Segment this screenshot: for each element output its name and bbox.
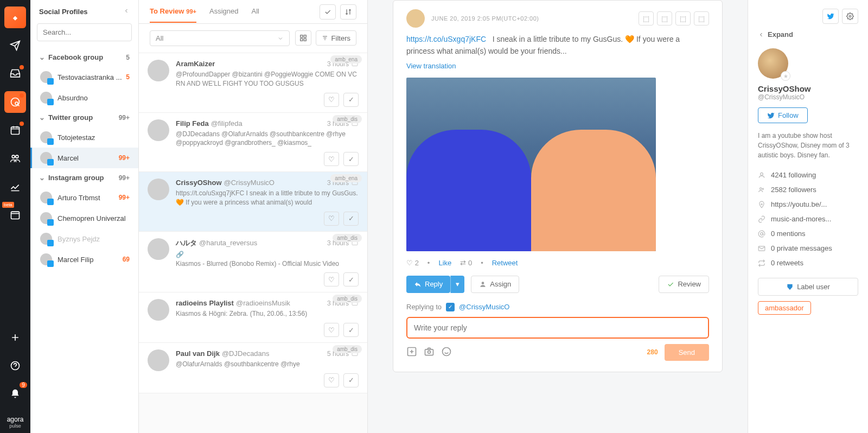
svg-point-4 bbox=[16, 155, 18, 158]
card-done-icon[interactable]: ✓ bbox=[343, 373, 359, 387]
svg-rect-8 bbox=[304, 35, 306, 37]
replying-to: Replying to ✓ @CrissyMusicO bbox=[406, 303, 709, 311]
card-done-icon[interactable]: ✓ bbox=[343, 93, 359, 107]
stat-link1[interactable]: https://youtu.be/... bbox=[758, 197, 858, 212]
group-header[interactable]: ⌄Twitter group99+ bbox=[30, 108, 138, 127]
detail-action-1-icon[interactable]: ⬚ bbox=[639, 11, 654, 26]
app-logo[interactable] bbox=[4, 7, 26, 28]
retweet-icon[interactable]: ⇄ 0 bbox=[460, 259, 472, 267]
inbox-card[interactable]: amb_disPaul van Dijk @DJDecadans5 hours … bbox=[139, 343, 367, 393]
tweet-text: https://t.co/uSxgq7jKFC I sneak in a lit… bbox=[406, 33, 709, 58]
nav-help-icon[interactable] bbox=[4, 355, 26, 377]
sort-icon[interactable] bbox=[340, 4, 356, 20]
svg-point-26 bbox=[761, 203, 762, 205]
nav-calendar-icon[interactable] bbox=[4, 119, 26, 141]
detail-action-4-icon[interactable]: ⬚ bbox=[694, 11, 709, 26]
nav-inbox-icon[interactable] bbox=[4, 63, 26, 85]
stat-link2[interactable]: music-and-mores... bbox=[758, 212, 858, 226]
inbox-card[interactable]: amb_disradioeins Playlist @radioeinsMusi… bbox=[139, 292, 367, 343]
inbox-card[interactable]: amb_enaCrissyOShow @CrissyMusicO3 hours … bbox=[139, 172, 367, 232]
assign-button[interactable]: Assign bbox=[471, 276, 519, 293]
like-icon[interactable]: ♡ 2 bbox=[406, 259, 419, 267]
stat-mentions: 0 mentions bbox=[758, 226, 858, 241]
view-translation-link[interactable]: View translation bbox=[406, 62, 456, 70]
add-attachment-icon[interactable] bbox=[406, 346, 417, 359]
replying-handle[interactable]: @CrissyMusicO bbox=[459, 303, 509, 311]
filter-all-select[interactable]: All bbox=[150, 30, 290, 46]
inbox-tab[interactable]: All bbox=[252, 1, 259, 23]
author-avatar bbox=[406, 9, 425, 28]
card-like-icon[interactable]: ♡ bbox=[324, 152, 339, 166]
reply-input[interactable] bbox=[406, 317, 709, 339]
replying-checkbox[interactable]: ✓ bbox=[446, 303, 455, 311]
inbox-tab[interactable]: Assigned bbox=[209, 1, 238, 23]
label-user-button[interactable]: Label user bbox=[758, 278, 858, 296]
nav-send-icon[interactable] bbox=[4, 35, 26, 56]
expand-button[interactable]: Expand bbox=[758, 30, 858, 39]
profile-row[interactable]: Absurdno bbox=[30, 87, 138, 108]
card-like-icon[interactable]: ♡ bbox=[324, 323, 339, 337]
detail-action-2-icon[interactable]: ⬚ bbox=[657, 11, 672, 26]
stat-followers: 2582 followers bbox=[758, 182, 858, 197]
card-like-icon[interactable]: ♡ bbox=[324, 272, 339, 286]
inbox-card[interactable]: amb_disハルタ @haruta_reversus3 hours 🔗Kias… bbox=[139, 232, 367, 293]
inbox-card[interactable]: amb_enaAramKaizer 3 hours @ProfoundDappe… bbox=[139, 53, 367, 113]
profile-row[interactable]: Testovaciastranka ...5 bbox=[30, 67, 138, 87]
profile-row[interactable]: Marcel99+ bbox=[30, 148, 138, 168]
nav-listening-icon[interactable] bbox=[4, 91, 26, 113]
reply-button[interactable]: Reply bbox=[406, 276, 450, 293]
group-header[interactable]: ⌄Facebook group5 bbox=[30, 48, 138, 67]
twitter-icon[interactable] bbox=[822, 9, 839, 24]
like-link[interactable]: Like bbox=[438, 259, 451, 267]
card-like-icon[interactable]: ♡ bbox=[324, 212, 339, 226]
collapse-icon[interactable] bbox=[123, 8, 130, 16]
profile-name: CrissyOShow bbox=[758, 84, 858, 93]
profile-row[interactable]: Byznys Pejdz bbox=[30, 228, 138, 249]
svg-point-25 bbox=[762, 188, 763, 189]
view-grid-icon[interactable] bbox=[295, 30, 311, 46]
profile-row[interactable]: Marcel Filip69 bbox=[30, 249, 138, 270]
detail-action-3-icon[interactable]: ⬚ bbox=[675, 11, 691, 26]
follow-button[interactable]: Follow bbox=[758, 107, 808, 123]
stat-pms: 0 private messages bbox=[758, 241, 858, 256]
svg-point-3 bbox=[12, 155, 15, 158]
user-tag[interactable]: ambassador bbox=[758, 301, 811, 315]
filters-button[interactable]: Filters bbox=[316, 30, 356, 46]
svg-point-1 bbox=[15, 102, 18, 105]
nav-beta-calendar-icon[interactable]: beta bbox=[4, 204, 26, 226]
add-photo-icon[interactable] bbox=[424, 346, 435, 359]
profiles-panel: Social Profiles ⌄Facebook group5Testovac… bbox=[30, 0, 139, 433]
card-done-icon[interactable]: ✓ bbox=[343, 212, 359, 226]
svg-rect-7 bbox=[300, 35, 302, 37]
nav-notifications-icon[interactable]: 9 bbox=[4, 383, 26, 405]
reply-dropdown-icon[interactable]: ▾ bbox=[450, 276, 464, 293]
card-done-icon[interactable]: ✓ bbox=[343, 323, 359, 337]
add-emoji-icon[interactable] bbox=[441, 346, 452, 359]
nav-reports-icon[interactable] bbox=[4, 176, 26, 198]
mark-done-icon[interactable] bbox=[320, 4, 336, 20]
card-like-icon[interactable]: ♡ bbox=[324, 373, 339, 387]
retweet-link[interactable]: Retweet bbox=[492, 259, 518, 267]
card-like-icon[interactable]: ♡ bbox=[324, 93, 339, 107]
profile-row[interactable]: Totojetestaz bbox=[30, 127, 138, 148]
group-header[interactable]: ⌄Instagram group99+ bbox=[30, 168, 138, 187]
inbox-tab[interactable]: To Review99+ bbox=[150, 1, 196, 23]
left-rail: beta 9 agorapulse bbox=[0, 0, 30, 433]
profile-row[interactable]: Chemopren Univerzal bbox=[30, 208, 138, 228]
inbox-card[interactable]: amb_disFilip Feda @filipfeda3 hours @DJD… bbox=[139, 113, 367, 173]
card-done-icon[interactable]: ✓ bbox=[343, 272, 359, 286]
nav-add-icon[interactable] bbox=[4, 327, 26, 348]
svg-point-24 bbox=[760, 187, 762, 189]
settings-icon[interactable] bbox=[842, 9, 858, 24]
send-button[interactable]: Send bbox=[665, 344, 709, 361]
review-button[interactable]: Review bbox=[659, 276, 709, 293]
tweet-link[interactable]: https://t.co/uSxgq7jKFC bbox=[406, 35, 486, 43]
favorite-star-icon[interactable]: ★ bbox=[781, 71, 790, 81]
annotation-arrow bbox=[742, 293, 748, 369]
card-done-icon[interactable]: ✓ bbox=[343, 152, 359, 166]
nav-users-icon[interactable] bbox=[4, 148, 26, 169]
profile-row[interactable]: Arturo Trbmst99+ bbox=[30, 187, 138, 208]
tweet-date: JUNE 20, 2019 2:05 PM(UTC+02:00) bbox=[431, 15, 539, 22]
stat-following: 4241 following bbox=[758, 168, 858, 182]
profile-search-input[interactable] bbox=[37, 23, 132, 41]
